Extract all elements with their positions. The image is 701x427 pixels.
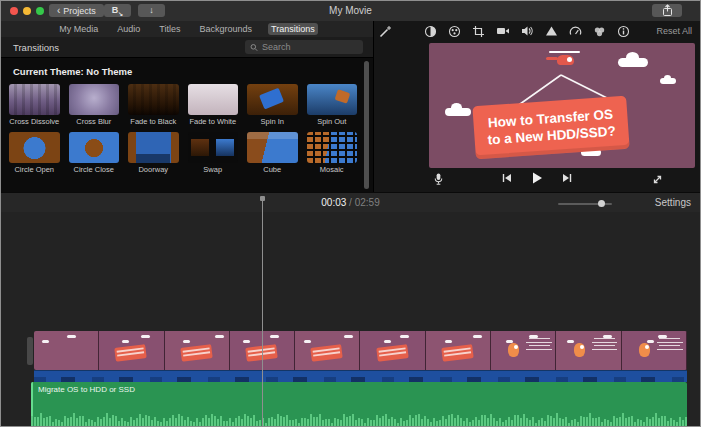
transition-thumbnail[interactable] [128,84,179,115]
transition-thumbnail[interactable] [188,132,239,163]
color-balance-icon[interactable] [424,25,437,38]
transition-circle-close[interactable]: Circle Close [69,132,120,174]
title-bar: ‹Projects B↘ ↓ My Movie [1,1,700,22]
color-correction-icon[interactable] [448,25,461,38]
transition-label: Cross Blur [69,117,120,126]
transition-label: Swap [188,165,239,174]
transition-spin-out[interactable]: Spin Out [307,84,358,126]
search-input[interactable] [262,42,358,52]
adjust-icons-group [416,21,638,41]
video-frame[interactable] [491,331,556,370]
transition-label: Cube [247,165,298,174]
video-frame[interactable] [360,331,425,370]
transition-label: Spin Out [307,117,358,126]
transition-thumbnail[interactable] [247,132,298,163]
attached-audio-bar[interactable] [34,370,687,382]
fullscreen-icon[interactable] [651,173,664,186]
transition-thumbnail[interactable] [9,84,60,115]
cloud-illustration [660,78,676,84]
transition-swap[interactable]: Swap [188,132,239,174]
video-frame[interactable] [165,331,230,370]
transition-spin-in[interactable]: Spin In [247,84,298,126]
browser-scrollbar[interactable] [364,61,369,189]
transitions-grid: Cross DissolveCross BlurFade to BlackFad… [9,84,357,174]
media-tabs: My MediaAudioTitlesBackgroundsTransition… [1,21,373,37]
transition-label: Mosaic [307,165,358,174]
zoom-slider-knob[interactable] [598,200,605,207]
transition-thumbnail[interactable] [307,84,358,115]
enhance-wand-icon[interactable] [379,25,392,38]
transition-doorway[interactable]: Doorway [128,132,179,174]
tab-transitions[interactable]: Transitions [268,23,318,35]
transition-fade-to-white[interactable]: Fade to White [188,84,239,126]
helicopter-illustration [546,51,584,68]
noise-reduction-icon[interactable] [545,25,558,37]
crop-icon[interactable] [472,25,485,38]
transition-thumbnail[interactable] [69,132,120,163]
tab-backgrounds[interactable]: Backgrounds [196,23,255,35]
video-clip[interactable] [34,331,687,370]
cloud-illustration [618,58,648,67]
transition-cube[interactable]: Cube [247,132,298,174]
timecode-current: 00:03 [321,197,346,208]
adjust-toolbar: Reset All [374,21,700,41]
transition-label: Spin In [247,117,298,126]
background-audio-clip[interactable]: Migrate OS to HDD or SSD [31,382,687,427]
transition-label: Cross Dissolve [9,117,60,126]
transition-cross-dissolve[interactable]: Cross Dissolve [9,84,60,126]
effects-icon[interactable] [593,25,606,38]
transition-fade-to-black[interactable]: Fade to Black [128,84,179,126]
transition-thumbnail[interactable] [128,132,179,163]
transition-thumbnail[interactable] [69,84,120,115]
transition-cross-blur[interactable]: Cross Blur [69,84,120,126]
skip-back-icon[interactable] [501,172,513,184]
video-frame[interactable] [99,331,164,370]
settings-button[interactable]: Settings [655,197,691,208]
transition-mosaic[interactable]: Mosaic [307,132,358,174]
viewer-panel: Reset All How to Transfer OS to a New HD… [374,21,700,192]
cloud-illustration [445,108,471,116]
speed-icon[interactable] [569,25,582,38]
slide-title-sign: How to Transfer OS to a New HDD/SSD? [473,95,631,158]
panel-title: Transitions [13,42,59,53]
timeline-toolbar: 00:03 / 02:59 Settings [1,192,700,213]
video-frame[interactable] [295,331,360,370]
audio-waveform [31,410,687,427]
imovie-window: ‹Projects B↘ ↓ My Movie My MediaAudioTit… [0,0,701,427]
video-frame[interactable] [34,331,99,370]
video-frame[interactable] [426,331,491,370]
audio-clip-label: Migrate OS to HDD or SSD [38,385,135,394]
transition-label: Fade to White [188,117,239,126]
video-frame[interactable] [622,331,687,370]
media-browser-panel: My MediaAudioTitlesBackgroundsTransition… [1,21,374,192]
timecode-total: 02:59 [355,197,380,208]
playhead[interactable] [262,196,263,426]
transition-thumbnail[interactable] [9,132,60,163]
share-icon[interactable] [652,4,682,17]
tab-my-media[interactable]: My Media [56,23,101,35]
video-frame[interactable] [556,331,621,370]
stabilization-icon[interactable] [496,25,510,37]
search-field[interactable] [245,40,363,54]
volume-icon[interactable] [521,25,534,37]
transition-label: Doorway [128,165,179,174]
transition-label: Fade to Black [128,117,179,126]
window-title: My Movie [1,5,700,16]
skip-forward-icon[interactable] [561,172,573,184]
transition-thumbnail[interactable] [247,84,298,115]
magnifier-icon [250,43,258,52]
transition-thumbnail[interactable] [188,84,239,115]
transition-thumbnail[interactable] [307,132,358,163]
transition-circle-open[interactable]: Circle Open [9,132,60,174]
tab-titles[interactable]: Titles [156,23,183,35]
play-icon[interactable] [530,171,544,185]
reset-all-button[interactable]: Reset All [656,26,692,36]
transport-controls [374,168,700,192]
timeline-zoom-slider[interactable] [558,203,612,205]
tab-audio[interactable]: Audio [114,23,143,35]
transition-label: Circle Open [9,165,60,174]
current-theme-heading: Current Theme: No Theme [13,66,361,77]
info-icon[interactable] [617,25,630,38]
timeline-area[interactable]: Migrate OS to HDD or SSD [1,212,700,426]
clip-trim-handle[interactable] [27,337,33,365]
